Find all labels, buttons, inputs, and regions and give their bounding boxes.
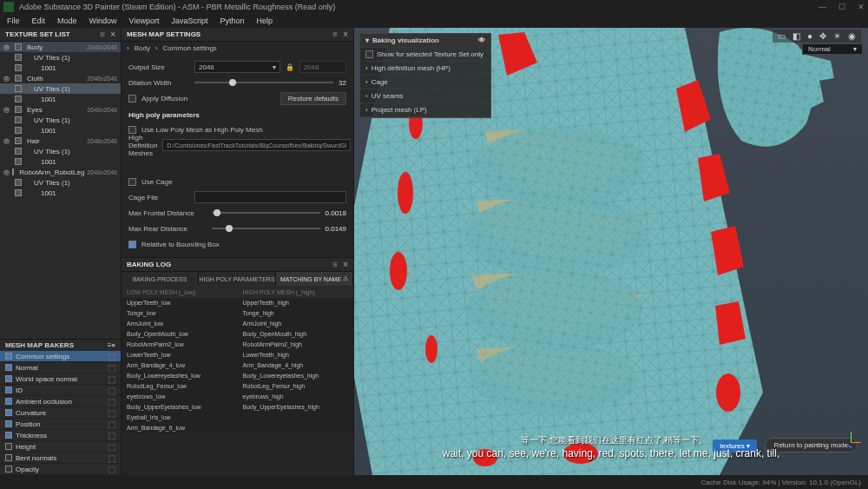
match-row[interactable]: RobotLeg_Femur_lowRobotLeg_Femur_high — [122, 381, 353, 392]
panel-menu-icon[interactable]: ≡ — [100, 30, 105, 39]
viewport[interactable]: ▭ ◧ ● ✥ ☀ ◉ Normal▾ ▾Baking visualizatio… — [354, 28, 868, 475]
baker-row[interactable]: Opacity⬚ — [0, 464, 121, 475]
match-row[interactable]: Eyeball_Iris_low — [122, 413, 353, 423]
svg-point-4 — [466, 270, 643, 350]
mesh-map-bakers-title: MESH MAP BAKERS — [5, 341, 74, 349]
eye-off-icon[interactable]: 👁 — [478, 36, 485, 44]
baker-row[interactable]: Normal⬚ — [0, 362, 121, 373]
baker-row[interactable]: Position⬚ — [0, 419, 121, 430]
maximize-button[interactable]: ☐ — [838, 3, 845, 11]
menu-file[interactable]: File — [7, 17, 20, 25]
texture-set-row[interactable]: 1001 — [0, 63, 121, 73]
menu-edit[interactable]: Edit — [32, 17, 46, 25]
menu-mode[interactable]: Mode — [57, 17, 77, 25]
baker-row[interactable]: Height⬚ — [0, 441, 121, 453]
snap-icon[interactable]: ✥ — [819, 31, 826, 41]
match-row[interactable]: RobotArmPalm2_lowRobotArmPalm2_high — [122, 340, 353, 350]
match-row[interactable]: LowerTeeth_lowLowerTeeth_high — [122, 350, 353, 360]
capture-icon[interactable]: ◉ — [848, 31, 856, 41]
show-selected-row[interactable]: Show for selected Texture Set only — [360, 48, 490, 62]
texture-set-row[interactable]: ◎Cloth2048x2048 — [0, 73, 121, 83]
dilation-label: Dilation Width — [128, 79, 189, 87]
texture-set-row[interactable]: ◎Eyes2048x2048 — [0, 104, 121, 115]
shading-mode-select[interactable]: Normal▾ — [802, 43, 863, 55]
apply-diffusion-checkbox[interactable] — [128, 95, 136, 102]
texture-set-tree[interactable]: ◎Body2048x2048UV Tiles (1)1001◎Cloth2048… — [0, 42, 121, 198]
lock-icon[interactable]: 🔒 — [286, 63, 294, 71]
ov-lp-row[interactable]: ›Project mesh (LP) — [360, 103, 490, 117]
output-size-select[interactable]: 2048▾ — [194, 61, 280, 73]
relative-bb-checkbox[interactable] — [128, 241, 136, 248]
texture-set-row[interactable]: 1001 — [0, 125, 121, 135]
baker-row[interactable]: World space normal⬚ — [0, 373, 121, 385]
texture-set-row[interactable]: ◎Hair2048x2048 — [0, 135, 121, 146]
texture-set-row[interactable]: 1001 — [0, 188, 121, 198]
hd-meshes-field[interactable]: D:/Comisiones/FastTrackTutorials/BigCour… — [162, 139, 351, 151]
menu-window[interactable]: Window — [89, 17, 117, 25]
texture-set-row[interactable]: ◎RobotArm_RobotLeg2048x2048 — [0, 167, 121, 177]
ov-hp-row[interactable]: ›High definition mesh (HP) — [360, 62, 490, 76]
cage-file-field[interactable] — [194, 191, 346, 203]
baking-visualization-panel: ▾Baking visualization👁 Show for selected… — [359, 33, 491, 118]
match-row[interactable]: Arm_Bandage_6_low — [122, 423, 353, 433]
menu-help[interactable]: Help — [256, 17, 273, 25]
camera-icon[interactable]: ◧ — [792, 31, 800, 41]
texture-set-row[interactable]: 1001 — [0, 94, 121, 104]
display-icon[interactable]: ▭ — [778, 31, 786, 41]
texture-set-row[interactable]: UV Tiles (1) — [0, 177, 121, 188]
baker-row[interactable]: ID⬚ — [0, 385, 121, 396]
axis-gizmo[interactable] — [840, 432, 861, 453]
tab-hp-params[interactable]: HIGH POLY PARAMETERS — [199, 272, 276, 286]
light-icon[interactable]: ☀ — [833, 31, 841, 41]
tab-matching[interactable]: MATCHING BY NAME ⚠ — [276, 272, 353, 286]
match-row[interactable]: ArmJoint_lowArmJoint_high — [122, 319, 353, 329]
ov-cage-row[interactable]: ›Cage — [360, 76, 490, 89]
texture-set-row[interactable]: UV Tiles (1) — [0, 52, 121, 63]
tab-baking-process[interactable]: BAKING PROCESS — [122, 272, 199, 286]
dilation-slider[interactable] — [194, 82, 333, 83]
ov-uvseams-row[interactable]: ›UV seams — [360, 89, 490, 103]
close-button[interactable]: ✕ — [858, 3, 865, 11]
breadcrumb-body[interactable]: Body — [135, 44, 150, 52]
mesh-map-bakers-header: MESH MAP BAKERS ≡× — [0, 339, 121, 351]
restore-defaults-button[interactable]: Restore defaults — [280, 92, 346, 105]
baker-row[interactable]: Thickness⬚ — [0, 430, 121, 441]
match-row[interactable]: Arm_Bandage_4_lowArm_Bandage_4_high — [122, 360, 353, 371]
show-selected-checkbox[interactable] — [365, 50, 373, 58]
baker-list[interactable]: Common settings⬚Normal⬚World space norma… — [0, 351, 121, 475]
use-cage-checkbox[interactable] — [128, 178, 136, 186]
record-icon[interactable]: ● — [807, 31, 812, 41]
match-row[interactable]: Body_UpperEyelashes_lowBody_UpperEyelash… — [122, 402, 353, 413]
match-row[interactable]: Body_OpenMouth_lowBody_OpenMouth_high — [122, 329, 353, 340]
baker-row[interactable]: Bent normals⬚ — [0, 453, 121, 464]
panel-close-icon[interactable]: × — [110, 30, 115, 39]
menu-javascript[interactable]: JavaScript — [171, 17, 207, 25]
texture-set-row[interactable]: ◎Body2048x2048 — [0, 42, 121, 52]
use-low-poly-checkbox[interactable] — [128, 126, 136, 134]
match-row[interactable]: UpperTeeth_lowUpperTeeth_high — [122, 298, 353, 308]
log-menu-icon[interactable]: ≡ — [332, 260, 338, 269]
settings-menu-icon[interactable]: ≡ — [332, 30, 338, 39]
max-rear-slider[interactable] — [212, 228, 320, 229]
menu-viewport[interactable]: Viewport — [129, 17, 160, 25]
breadcrumb-common[interactable]: Common settings — [163, 44, 217, 52]
match-row[interactable]: Tonge_lowTonge_high — [122, 308, 353, 319]
texture-set-row[interactable]: UV Tiles (1) — [0, 146, 121, 156]
baker-row[interactable]: Ambient occlusion⬚ — [0, 396, 121, 407]
minimize-button[interactable]: — — [819, 3, 826, 11]
texture-set-row[interactable]: 1001 — [0, 156, 121, 167]
bakers-close-icon[interactable]: × — [111, 341, 115, 349]
log-close-icon[interactable]: × — [343, 260, 348, 269]
match-row[interactable]: eyebrows_loweyebrows_high — [122, 392, 353, 402]
texture-set-row[interactable]: UV Tiles (1) — [0, 83, 121, 94]
settings-close-icon[interactable]: × — [343, 30, 348, 39]
breadcrumb[interactable]: › Body › Common settings — [122, 42, 353, 54]
menu-python[interactable]: Python — [220, 17, 244, 25]
baker-row[interactable]: Common settings⬚ — [0, 351, 121, 362]
texture-set-row[interactable]: UV Tiles (1) — [0, 115, 121, 125]
baker-row[interactable]: Curvature⬚ — [0, 407, 121, 419]
max-frontal-slider[interactable] — [212, 212, 320, 214]
baking-vis-header[interactable]: ▾Baking visualization👁 — [360, 34, 490, 48]
match-row[interactable]: Body_Lowereyelashes_lowBody_Lowereyelash… — [122, 371, 353, 381]
svg-point-9 — [425, 335, 437, 363]
